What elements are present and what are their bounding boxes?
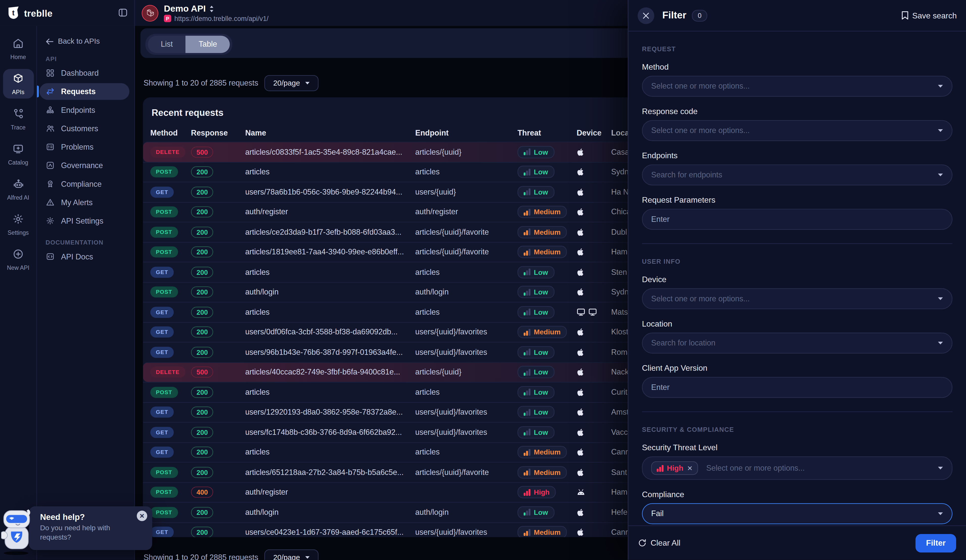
sidebar-item-label: Governance	[61, 161, 103, 169]
endpoints-icon	[46, 105, 55, 115]
request-endpoint: articles/{uuid}/favorite	[415, 468, 518, 476]
request-endpoint: articles/{uuid}/favorite	[415, 228, 518, 236]
tab-table-view[interactable]: Table	[186, 36, 230, 53]
section-request: REQUEST	[642, 45, 952, 52]
threat-bars-icon	[524, 209, 530, 215]
sidebar-item-endpoints[interactable]: Endpoints	[39, 102, 129, 118]
sidebar-item-problems[interactable]: Problems	[39, 138, 129, 155]
sidebar-item-compliance[interactable]: Compliance	[39, 176, 129, 192]
sidebar-section-documentation: DOCUMENTATION	[46, 239, 134, 246]
remove-chip-icon[interactable]: ✕	[687, 465, 693, 472]
response-code-filter-select[interactable]: Select one or more options...	[642, 120, 952, 141]
device-icons	[573, 308, 611, 316]
app-viewport: t treblle Demo API P https://dem	[0, 0, 966, 560]
problems-icon	[46, 142, 55, 152]
per-page-select[interactable]: 20/page	[264, 549, 319, 560]
tab-list-view[interactable]: List	[148, 36, 186, 53]
device-icons	[573, 489, 611, 496]
apply-filter-button[interactable]: Filter	[915, 534, 956, 552]
back-to-apis-link[interactable]: Back to APIs	[46, 37, 134, 46]
view-toggle: List Table	[145, 34, 232, 55]
chevron-down-icon	[938, 466, 943, 470]
device-icons	[573, 468, 611, 476]
sidebar-collapse-icon[interactable]	[118, 8, 128, 17]
device-icons	[573, 528, 611, 537]
sidebar-item-dashboard[interactable]: Dashboard	[39, 65, 129, 81]
rail-item-catalog[interactable]: Catalog	[3, 139, 34, 169]
sidebar-item-api-docs[interactable]: API Docs	[39, 248, 129, 265]
sidebar-item-my-alerts[interactable]: My Alerts	[39, 194, 129, 211]
filter-panel-footer: Clear All Filter	[629, 526, 966, 560]
location-filter-select[interactable]: Search for location	[642, 333, 952, 353]
threat-bars-icon	[524, 469, 530, 476]
brand-name: treblle	[24, 8, 53, 18]
threat-label: Medium	[534, 328, 560, 336]
sidebar-item-api-settings[interactable]: API Settings	[39, 212, 129, 229]
request-endpoint: articles	[415, 168, 518, 176]
compliance-select[interactable]: Fail	[642, 503, 952, 524]
rail-item-home[interactable]: Home	[3, 34, 34, 63]
request-endpoint: auth/register	[415, 208, 518, 216]
apple-icon	[577, 528, 584, 537]
rail-item-alfred-ai[interactable]: Alfred AI	[3, 174, 34, 204]
sidebar-item-customers[interactable]: Customers	[39, 120, 129, 137]
pagination-bottom: Showing 1 to 20 of 2885 requests 20/page	[144, 549, 319, 560]
sidebar-item-requests[interactable]: Requests	[39, 83, 129, 100]
col-endpoint: Endpoint	[415, 129, 518, 137]
response-code-badge: 200	[191, 167, 214, 178]
governance-icon	[46, 161, 55, 170]
rail-item-new-api[interactable]: New API	[3, 245, 34, 274]
threat-badge: Low	[518, 266, 554, 278]
api-switcher-icon[interactable]	[210, 5, 214, 12]
device-filter-select[interactable]: Select one or more options...	[642, 288, 952, 309]
compliance-icon	[46, 179, 55, 189]
per-page-select[interactable]: 20/page	[264, 75, 319, 91]
method-filter-select[interactable]: Select one or more options...	[642, 76, 952, 97]
method-badge: GET	[150, 266, 174, 278]
api-settings-icon	[46, 216, 55, 226]
threat-badge: Low	[518, 166, 554, 178]
help-widget-body: Do you need help with requests?	[40, 524, 117, 543]
apple-icon	[577, 388, 584, 396]
response-code-badge: 400	[191, 487, 214, 498]
arrow-left-icon	[46, 38, 54, 45]
client-app-version-input[interactable]: Enter	[642, 377, 952, 398]
apple-icon	[577, 428, 584, 437]
security-threat-level-select[interactable]: High ✕ Select one or more options...	[642, 457, 952, 480]
sidebar-item-label: My Alerts	[61, 198, 93, 207]
endpoints-filter-placeholder: Search for endpoints	[651, 171, 723, 179]
rail-item-trace[interactable]: Trace	[3, 104, 34, 133]
endpoints-filter-select[interactable]: Search for endpoints	[642, 164, 952, 186]
method-badge: GET	[150, 407, 174, 418]
clear-all-button[interactable]: Clear All	[638, 538, 680, 548]
request-parameters-input[interactable]: Enter	[642, 209, 952, 230]
help-widget: Need help? Do you need help with request…	[29, 506, 152, 550]
method-badge: GET	[150, 187, 174, 198]
response-code-badge: 200	[191, 527, 214, 537]
response-code-badge: 200	[191, 507, 214, 518]
requests-icon	[46, 87, 55, 96]
chevron-down-icon	[938, 512, 943, 516]
rail-item-settings[interactable]: Settings	[3, 209, 34, 239]
close-icon[interactable]	[637, 7, 654, 24]
threat-bars-icon	[524, 489, 530, 496]
request-name: articles	[245, 388, 415, 396]
close-icon[interactable]: ✕	[137, 511, 147, 521]
threat-bars-icon	[524, 389, 530, 396]
response-code-badge: 200	[191, 447, 214, 458]
device-icons	[573, 148, 611, 156]
threat-label: Low	[534, 348, 548, 356]
help-widget-title: Need help?	[40, 512, 145, 522]
per-page-value: 20/page	[273, 79, 300, 87]
sidebar-item-governance[interactable]: Governance	[39, 157, 129, 174]
rail-item-label: Catalog	[3, 159, 34, 166]
threat-bars-icon	[524, 369, 530, 376]
save-search-button[interactable]: Save search	[901, 11, 957, 20]
request-endpoint: articles/{uuid}	[415, 148, 518, 156]
threat-bars-icon	[524, 229, 530, 235]
location-filter-placeholder: Search for location	[651, 339, 715, 347]
rail-item-apis[interactable]: APIs	[3, 69, 34, 99]
method-badge: DELETE	[150, 146, 185, 158]
request-name: auth/login	[245, 288, 415, 296]
sidebar-item-label: Dashboard	[61, 69, 99, 77]
